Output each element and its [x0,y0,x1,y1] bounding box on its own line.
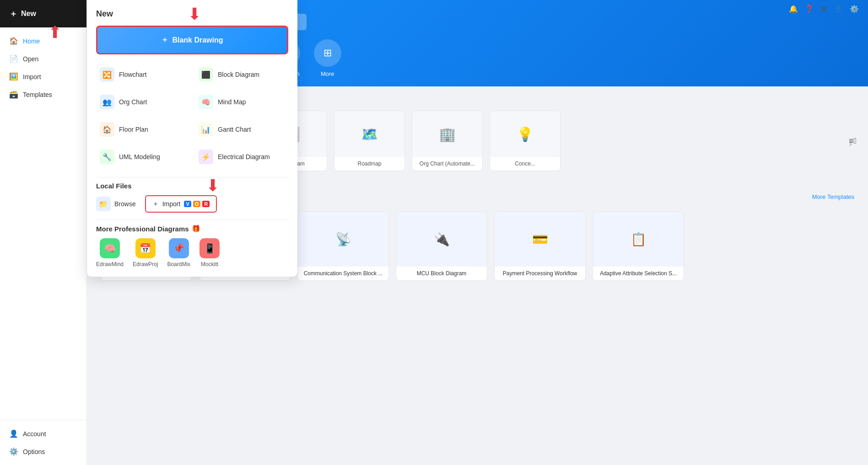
sidebar-item-account[interactable]: 👤 Account [0,425,86,443]
arrow-up-new-icon: ⬆ [48,23,62,42]
sidebar-options-label: Options [23,448,45,455]
personal-thumb: 🔌 [396,212,487,267]
diagram-type-grid: 🔀 Flowchart ⬛ Block Diagram 👥 Org Chart … [96,64,288,168]
personal-card-label: MCU Block Diagram [396,267,487,280]
edrawproj-label: EdrawProj [133,261,158,267]
blank-drawing-button[interactable]: ＋ Blank Drawing [96,26,288,54]
electrical-icon: ⚡ [199,150,213,164]
sidebar-item-templates[interactable]: 🗃️ Templates [0,86,86,103]
user-icon[interactable]: 👤 [834,5,843,13]
category-more[interactable]: ⊞ More [314,39,341,77]
sidebar-nav: 🏠 Home 📄 Open 🖼️ Import 🗃️ Templates [0,27,86,420]
sidebar-item-options[interactable]: ⚙️ Options [0,443,86,460]
pro-app-mockitt[interactable]: 📱 Mockitt [199,238,220,267]
personal-thumb: 📋 [593,212,684,267]
personal-card-adaptive[interactable]: 📋 Adaptive Attribute Selection S... [593,211,684,281]
diagram-type-uml[interactable]: 🔧 UML Modeling [96,146,189,168]
filter-icon[interactable]: ≡⃝ [849,136,857,146]
mockitt-icon: 📱 [199,238,220,258]
divider [96,177,288,177]
diagram-type-label: Gantt Chart [218,126,251,133]
grid-icon[interactable]: ⊞ [821,5,827,13]
uml-icon: 🔧 [100,150,114,164]
sidebar: ＋ New 🏠 Home 📄 Open 🖼️ Import 🗃️ Templat… [0,0,87,465]
diagram-type-label: Electrical Diagram [218,153,270,160]
edrawproj-icon: 📅 [135,238,156,258]
sidebar-home-label: Home [23,37,40,45]
boardmix-icon: 📌 [169,238,189,258]
settings-icon[interactable]: ⚙️ [850,5,859,13]
diagram-type-block-diagram[interactable]: ⬛ Block Diagram [195,64,288,86]
help-icon[interactable]: ❓ [805,5,814,13]
more-templates-link[interactable]: More Templates [812,193,854,200]
blank-drawing-plus-icon: ＋ [161,35,168,45]
pro-app-edrawmind[interactable]: 🧠 EdrawMind [96,238,124,267]
topbar-icons: 🔔 ❓ ⊞ 👤 ⚙️ [789,5,859,13]
file-icon-o: O [193,201,201,207]
pro-diagrams-title: More Professional Diagrams 🎁 [96,224,288,233]
account-icon: 👤 [9,429,18,438]
sidebar-item-open[interactable]: 📄 Open [0,50,86,68]
personal-card-payment[interactable]: 💳 Payment Processing Workflow [494,211,586,281]
browse-label: Browse [114,200,136,208]
diagram-type-gantt-chart[interactable]: 📊 Gantt Chart [195,118,288,140]
import-file-icons: V O R [184,201,210,207]
sidebar-account-label: Account [23,430,46,438]
gantt-chart-icon: 📊 [199,122,213,137]
diagram-type-label: UML Modeling [119,153,160,160]
boardmix-label: BoardMix [167,261,190,267]
home-icon: 🏠 [9,37,18,45]
sidebar-open-label: Open [23,55,38,63]
new-button[interactable]: ＋ New [0,0,86,27]
import-button[interactable]: ＋ Import V O R [145,195,217,213]
sidebar-item-import[interactable]: 🖼️ Import [0,68,86,86]
block-diagram-icon: ⬛ [199,67,213,82]
browse-button[interactable]: 📁 Browse [96,197,136,211]
template-org-chart[interactable]: 🏢 Org Chart (Automate... [412,111,483,171]
floor-plan-icon: 🏠 [100,122,114,137]
diagram-type-electrical[interactable]: ⚡ Electrical Diagram [195,146,288,168]
diagram-type-flowchart[interactable]: 🔀 Flowchart [96,64,189,86]
diagram-type-label: Floor Plan [119,126,148,133]
personal-card-mcu[interactable]: 🔌 MCU Block Diagram [396,211,487,281]
sidebar-item-home[interactable]: 🏠 Home [0,32,86,50]
local-files-title: Local Files [96,182,288,190]
template-concept[interactable]: 💡 Conce... [490,111,561,171]
file-icon-v: V [184,201,191,207]
edrawmind-label: EdrawMind [96,261,124,267]
pro-apps: 🧠 EdrawMind 📅 EdrawProj 📌 BoardMix 📱 Moc… [96,238,288,267]
personal-thumb: 📡 [298,212,388,267]
diagram-type-label: Mind Map [218,98,246,106]
mind-map-icon: 🧠 [199,95,213,109]
arrow-down-top-icon: ⬇ [188,5,201,24]
blank-drawing-label: Blank Drawing [172,36,223,44]
template-thumb: 🗺️ [334,111,404,157]
pro-app-edrawproj[interactable]: 📅 EdrawProj [133,238,158,267]
diagram-type-org-chart[interactable]: 👥 Org Chart [96,91,189,113]
sidebar-import-label: Import [23,73,41,80]
personal-card-comm-system[interactable]: 📡 Communication System Block ... [297,211,389,281]
divider-2 [96,219,288,220]
personal-card-label: Payment Processing Workflow [495,267,585,280]
gift-icon: 🎁 [192,224,200,233]
templates-icon: 🗃️ [9,90,18,99]
personal-thumb: 💳 [495,212,585,267]
diagram-type-mind-map[interactable]: 🧠 Mind Map [195,91,288,113]
pro-title-text: More Professional Diagrams [96,225,189,233]
file-icon-r: R [202,201,210,207]
more-circle: ⊞ [314,39,341,67]
template-roadmap[interactable]: 🗺️ Roadmap [334,111,405,171]
new-dropdown: New ＋ Blank Drawing 🔀 Flowchart ⬛ Block … [87,0,297,277]
personal-card-label: Adaptive Attribute Selection S... [593,267,684,280]
options-icon: ⚙️ [9,447,18,456]
template-thumb: 💡 [490,111,560,157]
more-label: More [321,70,334,77]
notification-icon[interactable]: 🔔 [789,5,798,13]
local-files-row: 📁 Browse ＋ Import V O R [96,195,288,213]
template-thumb: 🏢 [412,111,482,157]
import-icon: 🖼️ [9,72,18,81]
diagram-type-label: Org Chart [119,98,147,106]
pro-app-boardmix[interactable]: 📌 BoardMix [167,238,190,267]
diagram-type-floor-plan[interactable]: 🏠 Floor Plan [96,118,189,140]
browse-icon: 📁 [96,197,111,211]
